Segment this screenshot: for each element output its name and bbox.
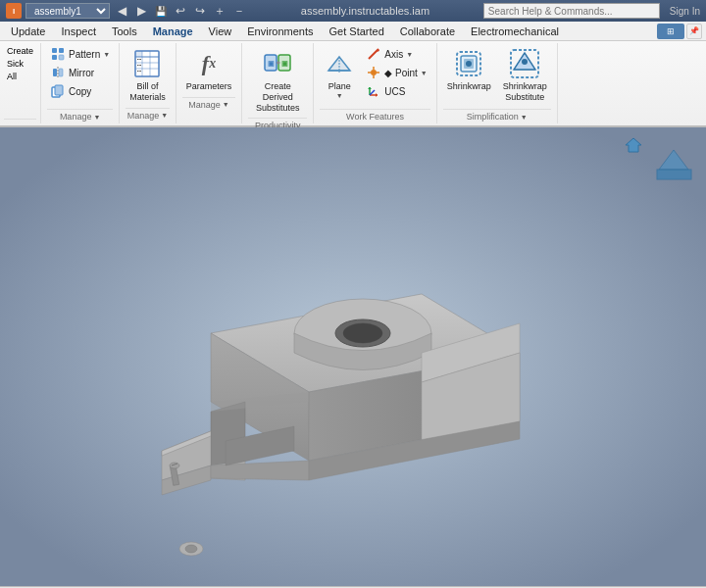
parameters-label: Parameters (186, 81, 232, 92)
ribbon-section-pattern: Pattern ▼ Mirror Copy Manage (41, 43, 120, 123)
menu-electromechanical[interactable]: Electromechanical (464, 24, 566, 39)
simplification-chevron: ▼ (521, 114, 528, 121)
ucs-label: UCS (384, 86, 405, 97)
ribbon-section-parameters: fx Parameters Manage ▼ (176, 43, 243, 123)
svg-rect-2 (52, 55, 57, 60)
copy-icon (50, 83, 66, 99)
mirror-label: Mirror (69, 68, 94, 78)
shrinkwrap-icon (453, 48, 484, 79)
pattern-chevron: ▼ (103, 51, 110, 58)
point-button[interactable]: ◆ Point ▼ (363, 64, 430, 81)
bom-button[interactable]: ▪▪▪ ▪▪▪ ▪▪▪ Bill ofMaterials (126, 45, 170, 106)
plane-label: Plane (328, 81, 351, 92)
copy-label: Copy (69, 86, 91, 97)
parameters-icon: fx (193, 48, 225, 79)
pattern-label: Pattern (69, 49, 100, 60)
menu-tools[interactable]: Tools (105, 24, 144, 39)
home-view-button[interactable] (624, 135, 643, 157)
simplification-label: Simplification ▼ (443, 109, 551, 122)
nav-cube[interactable] (649, 135, 698, 184)
mirror-btn[interactable]: Mirror (47, 64, 113, 81)
menu-environments[interactable]: Environments (240, 24, 320, 39)
shrinkwrap-button[interactable]: Shrinkwrap (443, 45, 495, 95)
axis-label: Axis (384, 49, 403, 60)
pattern-btn[interactable]: Pattern ▼ (47, 45, 113, 63)
undo-icon[interactable]: ↩ (173, 3, 188, 19)
pin-btn[interactable]: 📌 (686, 24, 702, 39)
svg-text:▪▪▪: ▪▪▪ (137, 69, 142, 74)
derived-label: Create DerivedSubstitutes (252, 81, 303, 113)
menu-inspect[interactable]: Inspect (54, 24, 102, 39)
shrinkwrap-substitute-button[interactable]: ShrinkwrapSubstitute (499, 45, 551, 106)
svg-point-55 (343, 323, 382, 343)
back-icon[interactable]: ◀ (114, 3, 129, 19)
svg-rect-4 (53, 69, 57, 76)
menu-view[interactable]: View (202, 24, 239, 39)
sick-btn[interactable]: Sick (4, 58, 36, 70)
expand-btn[interactable]: ⊞ (657, 24, 684, 39)
svg-point-31 (371, 70, 377, 75)
title-bar: I assembly1 ◀ ▶ 💾 ↩ ↪ ＋ － assembly.instr… (0, 0, 706, 22)
svg-text:▪▪▪: ▪▪▪ (137, 57, 142, 62)
app-icon: I (6, 3, 22, 19)
svg-marker-72 (659, 150, 688, 170)
title-bar-right: Sign In (483, 3, 700, 19)
title-bar-left: I assembly1 ◀ ▶ 💾 ↩ ↪ ＋ － (6, 3, 247, 19)
all-btn[interactable]: All (4, 71, 36, 82)
svg-point-48 (522, 59, 528, 65)
sign-in-button[interactable]: Sign In (670, 6, 700, 17)
derived-button[interactable]: ▣ ▣ Create DerivedSubstitutes (248, 45, 307, 116)
features-col: Axis ▼ ◆ Point ▼ (363, 45, 430, 100)
shrinkwrap-label: Shrinkwrap (447, 81, 491, 92)
params-section-label: Manage ▼ (182, 97, 236, 110)
minus-icon[interactable]: － (231, 3, 247, 19)
ribbon-section-simplification: Shrinkwrap ShrinkwrapSubstitute Simplifi… (437, 43, 558, 123)
pattern-icon (50, 46, 66, 62)
menu-collaborate[interactable]: Collaborate (393, 24, 462, 39)
axis-button[interactable]: Axis ▼ (363, 45, 430, 63)
menu-bar: Update Inspect Tools Manage View Environ… (0, 22, 706, 41)
menu-update[interactable]: Update (4, 24, 52, 39)
ribbon-section-derived: ▣ ▣ Create DerivedSubstitutes Productivi… (242, 43, 314, 123)
svg-line-29 (369, 49, 378, 59)
simplification-group: Shrinkwrap ShrinkwrapSubstitute (443, 45, 551, 107)
plane-icon (324, 48, 355, 79)
axis-icon (366, 46, 381, 62)
parameters-button[interactable]: fx Parameters (182, 45, 236, 95)
menu-manage[interactable]: Manage (146, 24, 200, 39)
ribbon: Create Sick All Pattern ▼ Mir (0, 41, 706, 127)
point-label: ◆ Point (384, 68, 418, 78)
plane-chevron: ▼ (336, 92, 343, 99)
shrinkwrap-substitute-icon (509, 48, 540, 79)
search-input[interactable] (483, 3, 660, 19)
file-dropdown[interactable]: assembly1 (25, 3, 110, 19)
copy-btn[interactable]: Copy (47, 82, 113, 100)
point-chevron: ▼ (421, 70, 428, 76)
plane-button[interactable]: Plane ▼ (320, 45, 359, 102)
pattern-col: Pattern ▼ Mirror Copy (47, 45, 113, 100)
manage-section-label: Manage ▼ (47, 109, 113, 122)
svg-rect-1 (59, 48, 64, 53)
3d-viewport (0, 127, 706, 586)
menu-get-started[interactable]: Get Started (323, 24, 391, 39)
window-title: assembly.instructables.iam (247, 5, 483, 17)
svg-rect-0 (52, 48, 57, 53)
shrinkwrap-substitute-label: ShrinkwrapSubstitute (503, 81, 547, 103)
bom-icon: ▪▪▪ ▪▪▪ ▪▪▪ (131, 48, 163, 79)
svg-point-44 (466, 61, 472, 67)
bom-section-label: Manage ▼ (126, 108, 170, 121)
create-btn[interactable]: Create (4, 45, 36, 57)
derived-icon: ▣ ▣ (262, 48, 293, 79)
axis-chevron: ▼ (406, 51, 413, 58)
canvas-area[interactable] (0, 127, 706, 586)
ribbon-section-bom: ▪▪▪ ▪▪▪ ▪▪▪ Bill ofMaterials Manage ▼ (120, 43, 176, 123)
redo-icon[interactable]: ↪ (192, 3, 208, 19)
svg-text:▪▪▪: ▪▪▪ (137, 63, 142, 68)
work-features-label: Work Features (320, 109, 430, 122)
save-icon[interactable]: 💾 (153, 3, 169, 19)
ucs-button[interactable]: UCS (363, 82, 430, 100)
ribbon-section-work-features: Plane ▼ Axis ▼ (314, 43, 437, 123)
plus-icon[interactable]: ＋ (212, 3, 227, 19)
forward-icon[interactable]: ▶ (133, 3, 149, 19)
svg-point-62 (170, 463, 179, 468)
